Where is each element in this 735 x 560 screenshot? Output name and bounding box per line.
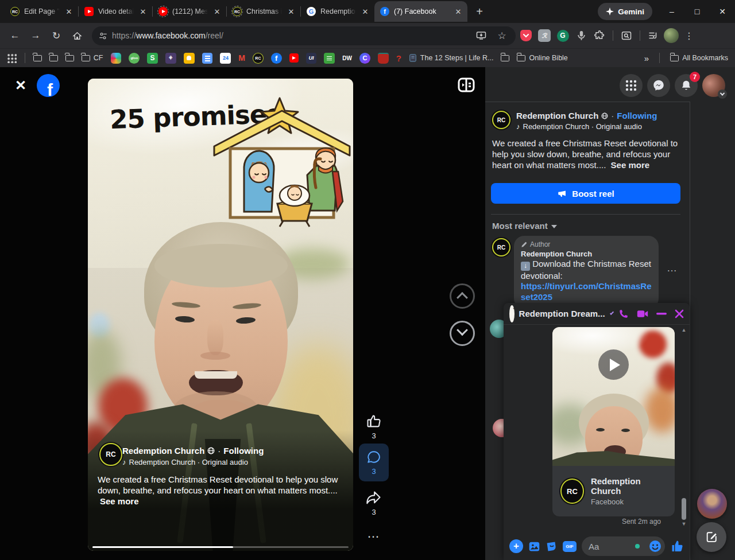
url-text[interactable]: https://www.facebook.com/reel/: [112, 31, 469, 40]
bookmark-folder-cf[interactable]: CF: [82, 54, 103, 62]
gemini-button[interactable]: Gemini: [598, 3, 652, 20]
new-message-button[interactable]: [697, 522, 726, 552]
chat-header[interactable]: Redemption Dream...: [504, 303, 690, 325]
calendar-bookmark-icon[interactable]: 24: [220, 53, 231, 64]
microphone-icon[interactable]: [573, 28, 589, 44]
rc-bookmark-icon[interactable]: RC: [253, 53, 264, 64]
bookmark-star-button[interactable]: ☆: [494, 28, 510, 44]
extensions-puzzle-icon[interactable]: [591, 28, 608, 44]
comment-more-button[interactable]: …: [667, 262, 678, 274]
page-avatar[interactable]: RC: [492, 111, 510, 129]
audio-attribution[interactable]: Redemption Church · Original audio: [523, 122, 642, 131]
message-input[interactable]: [582, 542, 633, 551]
tab-close-icon[interactable]: ✕: [454, 7, 463, 16]
scrollbar-thumb[interactable]: [682, 498, 686, 520]
tab-facebook-active[interactable]: f (7) Facebook ✕: [374, 1, 467, 22]
chats-list-avatar[interactable]: [697, 489, 727, 519]
audio-attribution[interactable]: Redemption Church · Original audio: [129, 458, 248, 466]
tab-close-icon[interactable]: ✕: [287, 7, 296, 16]
next-reel-button[interactable]: [450, 321, 475, 346]
docs-bookmark-icon[interactable]: [202, 53, 213, 64]
bookmark-folder[interactable]: [501, 55, 509, 61]
close-window-button[interactable]: ✕: [710, 1, 735, 22]
gmail-bookmark-icon[interactable]: M: [238, 53, 245, 63]
attachment-footer[interactable]: RC Redemption Church Facebook: [552, 466, 675, 516]
list-bookmark-icon[interactable]: [324, 53, 335, 64]
grammarly-extension-icon[interactable]: G: [555, 28, 571, 44]
minimize-button[interactable]: –: [659, 1, 684, 22]
bookmark-12-steps[interactable]: The 12 Steps | Life R...: [409, 54, 494, 62]
bookmark-folder[interactable]: [49, 55, 58, 61]
s-bookmark-icon[interactable]: S: [147, 53, 158, 64]
youtube-bookmark-icon[interactable]: [289, 53, 299, 63]
following-link[interactable]: Following: [617, 111, 657, 120]
play-button[interactable]: [598, 349, 629, 380]
close-reel-button[interactable]: ✕: [13, 77, 29, 94]
red-lock-bookmark-icon[interactable]: [378, 53, 389, 64]
facebook-bookmark-icon[interactable]: f: [271, 53, 282, 64]
see-more-link[interactable]: See more: [100, 496, 139, 506]
share-button[interactable]: 3: [360, 491, 388, 516]
attachment-video-preview[interactable]: [552, 327, 675, 466]
tab-close-icon[interactable]: ✕: [64, 7, 74, 16]
comments-button[interactable]: 3: [359, 444, 389, 481]
gloo-bookmark-icon[interactable]: gloo: [129, 53, 140, 64]
tab-close-icon[interactable]: ✕: [361, 7, 370, 16]
tab-redemption-search[interactable]: G Redemption Chu ✕: [301, 2, 374, 21]
facebook-logo[interactable]: f: [37, 74, 60, 97]
apps-grid-icon[interactable]: [7, 53, 17, 63]
previous-reel-button[interactable]: [450, 283, 475, 309]
menu-grid-button[interactable]: [620, 74, 643, 97]
video-progress-bar[interactable]: [92, 546, 349, 549]
notifications-button[interactable]: 7: [675, 74, 698, 97]
tab-search-icon[interactable]: [618, 28, 635, 44]
reel-author-avatar[interactable]: RC: [99, 443, 122, 466]
shared-reel-attachment[interactable]: RC Redemption Church Facebook: [552, 327, 675, 516]
messenger-button[interactable]: [647, 74, 670, 97]
dw-bookmark-icon[interactable]: DW: [342, 55, 352, 61]
reel-video[interactable]: 25 promises: [88, 79, 353, 551]
comment-link[interactable]: https://tinyurl.com/ChristmasReset2025: [521, 281, 652, 303]
browser-menu-icon[interactable]: ⋮: [681, 28, 697, 44]
more-options-button[interactable]: …: [360, 526, 388, 541]
tab-christmas[interactable]: RC Christmas in Pla ✕: [227, 2, 300, 21]
emoji-icon[interactable]: [648, 539, 662, 555]
chat-scrollbar[interactable]: ▲ ▼: [680, 327, 688, 527]
like-button[interactable]: 3: [360, 413, 388, 440]
profile-avatar[interactable]: [702, 74, 725, 97]
minimize-chat-icon[interactable]: [656, 313, 667, 315]
theme-dot-icon[interactable]: [635, 544, 640, 549]
chat-chevron-icon[interactable]: [610, 310, 614, 314]
bookmark-folder[interactable]: [33, 55, 42, 61]
tab-close-icon[interactable]: ✕: [212, 7, 222, 16]
back-button[interactable]: ←: [6, 26, 24, 45]
toggle-comments-button[interactable]: [458, 77, 475, 95]
tab-video-details[interactable]: Video details - Y ✕: [79, 2, 152, 21]
address-bar[interactable]: https://www.facebook.com/reel/ ☆: [92, 26, 516, 45]
more-actions-icon[interactable]: +: [509, 539, 523, 553]
reading-list-icon[interactable]: [645, 28, 662, 44]
keep-bookmark-icon[interactable]: [184, 53, 195, 64]
thumbs-up-send-icon[interactable]: [670, 539, 684, 553]
see-more-link[interactable]: See more: [611, 160, 650, 170]
tab-edit-page[interactable]: RC Edit Page "Chris ✕: [5, 2, 78, 21]
reel-author-name[interactable]: Redemption Church: [122, 446, 204, 456]
message-input-field[interactable]: [582, 536, 665, 556]
bookmark-online-bible[interactable]: Online Bible: [517, 54, 567, 62]
maximize-button[interactable]: □: [684, 1, 710, 22]
r-extension-icon[interactable]: ℛ: [536, 28, 552, 44]
new-tab-button[interactable]: +: [471, 3, 488, 20]
comment-author-avatar[interactable]: RC: [492, 238, 510, 256]
browser-profile-avatar[interactable]: [664, 28, 679, 43]
site-settings-icon[interactable]: [99, 32, 107, 40]
ui-bookmark-icon[interactable]: UI: [306, 53, 317, 64]
following-label[interactable]: Following: [223, 446, 264, 456]
tab-messy[interactable]: (1212) Messy Be ✕: [153, 2, 226, 21]
tab-close-icon[interactable]: ✕: [138, 7, 148, 16]
gif-icon[interactable]: GIF: [563, 541, 577, 552]
question-bookmark-icon[interactable]: ?: [396, 53, 401, 63]
photo-icon[interactable]: [528, 540, 540, 553]
reload-button[interactable]: ↻: [47, 26, 65, 45]
scroll-up-icon[interactable]: ▲: [680, 327, 688, 333]
send-to-devices-button[interactable]: [473, 28, 489, 44]
